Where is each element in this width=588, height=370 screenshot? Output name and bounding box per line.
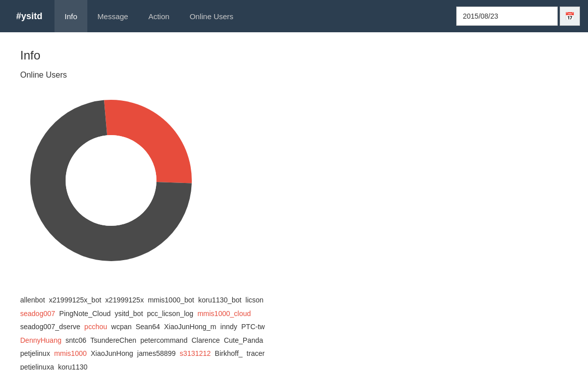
user-item: Sean64 [136, 323, 160, 331]
date-input[interactable] [456, 7, 558, 26]
nav-item-info[interactable]: Info [55, 0, 87, 32]
user-item: x21999125x [105, 296, 144, 304]
nav-item-online-users[interactable]: Online Users [180, 0, 244, 32]
user-item: TsundereChen [90, 336, 136, 344]
user-item: petjelinux [20, 349, 50, 357]
user-item: XiaoJunHong_m [164, 323, 217, 331]
user-item: seadog007 [20, 310, 55, 318]
calendar-icon: 📅 [565, 12, 575, 21]
nav-item-message[interactable]: Message [87, 0, 138, 32]
user-item: sntc06 [66, 336, 86, 344]
user-item: PingNote_Cloud [59, 310, 111, 318]
user-item: koru1130 [58, 363, 87, 370]
user-item: petercommand [140, 336, 187, 344]
user-item: pcchou [84, 323, 107, 331]
user-item: mmis1000 [54, 349, 87, 357]
nav-item-action[interactable]: Action [138, 0, 180, 32]
chart-center-hole [66, 135, 156, 226]
navbar-brand: #ysitd [8, 11, 50, 22]
navbar: #ysitd Info Message Action Online Users … [0, 0, 588, 32]
user-item: mmis1000_cloud [197, 310, 251, 318]
user-item: licson [245, 296, 263, 304]
user-item: Clarence [191, 336, 220, 344]
user-item: seadog007_dserve [20, 323, 80, 331]
user-item: wcpan [111, 323, 131, 331]
main-content: Info Online Users [0, 32, 588, 370]
user-item: Birkhoff_ [215, 349, 243, 357]
user-item: XiaoJunHong [91, 349, 133, 357]
navbar-right: 📅 [456, 7, 580, 26]
page-title: Info [20, 48, 568, 63]
donut-chart [20, 90, 202, 281]
user-item: inndy [221, 323, 237, 331]
user-item: pcc_licson_log [147, 310, 193, 318]
user-item: koru1130_bot [198, 296, 242, 304]
user-item: s3131212 [180, 349, 211, 357]
donut-chart-svg [20, 90, 202, 271]
calendar-button[interactable]: 📅 [560, 7, 580, 26]
user-list: allenbotx21999125x_botx21999125xmmis1000… [20, 293, 323, 370]
section-title: Online Users [20, 71, 568, 80]
user-item: x21999125x_bot [49, 296, 101, 304]
user-item: petjelinuxa [20, 363, 54, 370]
user-item: Cute_Panda [224, 336, 263, 344]
user-item: tracer [247, 349, 265, 357]
user-item: mmis1000_bot [148, 296, 194, 304]
user-item: allenbot [20, 296, 45, 304]
user-item: james58899 [137, 349, 176, 357]
user-item: PTC-tw [241, 323, 265, 331]
user-item: DennyHuang [20, 336, 62, 344]
user-item: ysitd_bot [115, 310, 143, 318]
